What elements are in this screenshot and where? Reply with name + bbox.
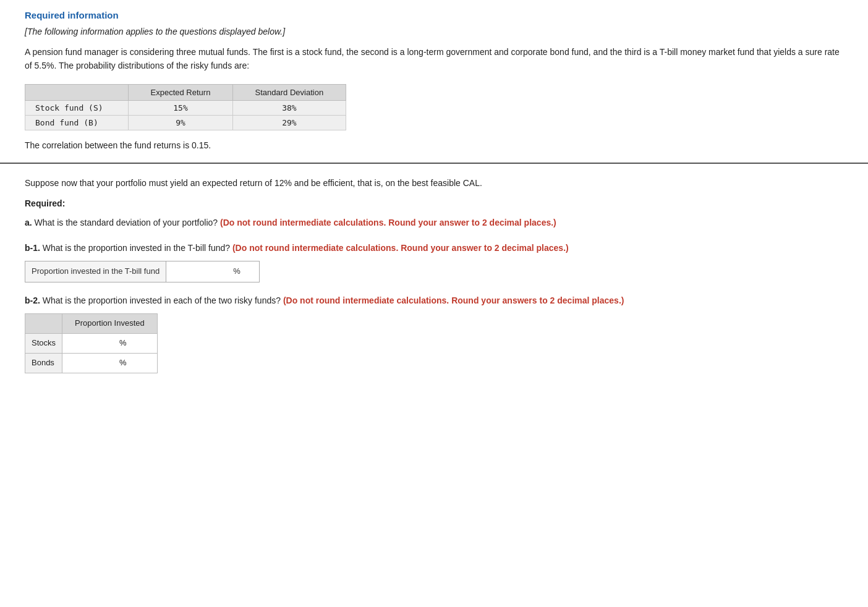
bond-expected-return: 9% xyxy=(129,115,233,130)
correlation-text: The correlation between the fund returns… xyxy=(25,140,843,150)
question-b2-text: What is the proportion invested in each … xyxy=(43,295,283,305)
question-b2-label: b-2. xyxy=(25,295,40,305)
col-header-std-dev: Standard Deviation xyxy=(232,84,346,100)
question-a-label: a. xyxy=(25,218,32,227)
tbill-proportion-input[interactable] xyxy=(166,263,228,280)
fund-data-table: Expected Return Standard Deviation Stock… xyxy=(25,84,346,130)
col-header-name xyxy=(25,84,129,100)
question-b2-block: b-2. What is the proportion invested in … xyxy=(25,294,843,373)
bond-fund-label: Bond fund (B) xyxy=(25,115,129,130)
tbill-proportion-label: Proportion invested in the T-bill fund xyxy=(25,261,166,282)
bottom-section: Suppose now that your portfolio must yie… xyxy=(0,164,868,403)
italic-note: [The following information applies to th… xyxy=(25,27,843,36)
question-b1-label: b-1. xyxy=(25,243,40,253)
question-intro: Suppose now that your portfolio must yie… xyxy=(25,176,843,190)
proportion-invested-table: Proportion Invested Stocks % Bonds xyxy=(25,313,158,373)
stocks-proportion-input[interactable] xyxy=(69,337,118,349)
question-a-text: What is the standard deviation of your p… xyxy=(35,218,220,227)
tbill-unit: % xyxy=(228,261,245,282)
table-row-bonds: Bonds % xyxy=(25,353,158,373)
proportion-table-col-header-empty xyxy=(25,314,62,334)
bonds-unit: % xyxy=(119,357,127,370)
required-info-title: Required information xyxy=(25,10,843,20)
question-b1-text: What is the proportion invested in the T… xyxy=(43,243,232,253)
stock-fund-label: Stock fund (S) xyxy=(25,100,129,115)
stocks-row-label: Stocks xyxy=(25,333,62,353)
bonds-input-cell: % xyxy=(62,353,158,373)
table-row-stocks: Stocks % xyxy=(25,333,158,353)
question-a-instruction: (Do not round intermediate calculations.… xyxy=(220,218,556,227)
stock-expected-return: 15% xyxy=(129,100,233,115)
question-b2-instruction: (Do not round intermediate calculations.… xyxy=(283,295,624,305)
bonds-row-label: Bonds xyxy=(25,353,62,373)
bonds-proportion-input[interactable] xyxy=(69,357,118,369)
question-b1-block: b-1. What is the proportion invested in … xyxy=(25,241,843,282)
top-section: Required information [The following info… xyxy=(0,0,868,164)
proportion-table-col-header: Proportion Invested xyxy=(62,314,158,334)
table-row-bond: Bond fund (B) 9% 29% xyxy=(25,115,346,130)
col-header-expected-return: Expected Return xyxy=(129,84,233,100)
stocks-unit: % xyxy=(119,337,127,350)
table-row-stock: Stock fund (S) 15% 38% xyxy=(25,100,346,115)
required-label: Required: xyxy=(25,198,843,208)
question-b1-instruction: (Do not round intermediate calculations.… xyxy=(232,243,569,253)
tbill-proportion-input-row: Proportion invested in the T-bill fund % xyxy=(25,261,260,282)
question-a-block: a. What is the standard deviation of you… xyxy=(25,216,843,229)
bond-std-dev: 29% xyxy=(232,115,346,130)
stocks-input-cell: % xyxy=(62,333,158,353)
stock-std-dev: 38% xyxy=(232,100,346,115)
intro-text: A pension fund manager is considering th… xyxy=(25,45,843,73)
